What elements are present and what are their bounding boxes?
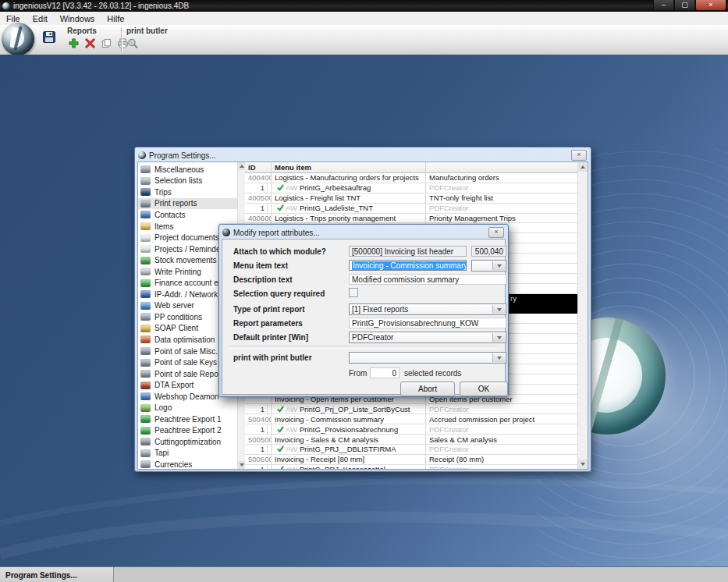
sidebar-item-label: Items [154, 222, 173, 231]
sidebar-item-tapi[interactable]: Tapi [138, 448, 237, 460]
minimize-button[interactable]: – [653, 0, 674, 11]
window-title: ingeniousV12 [V3.3.42 - 26.03.12] - inge… [13, 2, 189, 10]
cell-printer: PDFCreator [426, 445, 578, 454]
modify-report-dialog: Modify report attributes... × Attach to … [218, 224, 509, 397]
default-printer-label: Default printer [Win] [233, 333, 308, 342]
abort-button[interactable]: Abort [400, 381, 455, 396]
table-scrollbar[interactable] [577, 162, 588, 469]
table-subrow[interactable]: 1AWPrintG_ArbeitsauftragPDFCreator [245, 183, 578, 193]
sidebar-item-cuttingoptimization[interactable]: Cuttingoptimization [138, 436, 237, 448]
table-row[interactable]: 400500Logistics - Freight list TNTTNT-on… [245, 193, 578, 204]
program-settings-icon [138, 151, 146, 159]
type-of-print-report-label: Type of print report [233, 305, 304, 314]
table-subrow[interactable]: 1AWPrintG_Ladeliste_TNTPDFCreator [245, 204, 578, 214]
cell-description: Accrued commission per project [426, 414, 578, 424]
sidebar-item-logo[interactable]: Logo [138, 402, 237, 413]
table-row[interactable]: 500600Invoicing - Receipt [80 mm]Receipt… [245, 455, 578, 465]
attach-module-label: Attach to which module? [233, 247, 326, 256]
selection-query-checkbox[interactable] [349, 288, 358, 297]
cell-printer: PDFCreator [426, 183, 578, 193]
taskbar: Program Settings... [0, 566, 728, 582]
table-row[interactable]: 400600Logistics - Trips priority managem… [245, 214, 578, 224]
sidebar-item-contacts[interactable]: Contacts [138, 209, 237, 221]
check-icon [277, 445, 284, 452]
menu-item-text-input[interactable]: Invoicing - Commission summary [349, 260, 467, 271]
scroll-down-icon[interactable] [578, 460, 588, 469]
dialog-body: Attach to which module? [500000] Invoici… [222, 239, 506, 395]
sidebar-item-selection-lists[interactable]: Selection lists [138, 176, 237, 187]
scroll-up-icon[interactable] [578, 162, 588, 172]
from-count-input[interactable]: 0 [370, 367, 400, 378]
table-row[interactable]: 400400Logistics - Manufacturing orders f… [245, 173, 578, 183]
export-arrows-icon [140, 427, 151, 435]
table-subrow[interactable]: 1AWPrintG_PRJ_KassenzettelPDFCreator [245, 465, 578, 469]
table-subrow[interactable]: 1AWPrintG_PRJ__DBLISTFIRMAPDFCreator [245, 445, 578, 455]
selected-row-text-fragment: ry [510, 294, 517, 303]
default-printer-dropdown[interactable]: PDFCreator [349, 332, 506, 343]
type-of-print-report-dropdown[interactable]: [1] Fixed reports [349, 303, 506, 315]
table-subrow[interactable]: 1AWPrintG_ProvisionsabrechnungPDFCreator [245, 424, 578, 435]
report-parameters-input[interactable]: PrintG_Provisionsabrechnung_KOW [349, 318, 506, 328]
sidebar-item-miscellaneous[interactable]: Miscellaneous [138, 164, 237, 176]
program-settings-close-button[interactable]: × [571, 150, 587, 161]
scroll-down-icon[interactable] [238, 461, 245, 469]
delete-icon[interactable] [83, 37, 96, 49]
description-text-input[interactable]: Modified commission summary [349, 274, 506, 285]
ingenious-logo-icon [2, 23, 34, 55]
taskbar-button-program-settings[interactable]: Program Settings... [0, 567, 114, 582]
maximize-button[interactable]: ▢ [674, 0, 695, 11]
menu-windows[interactable]: Windows [54, 12, 101, 25]
menu-item-language-dropdown[interactable] [471, 260, 506, 271]
scroll-up-icon[interactable] [238, 162, 245, 170]
menu-hilfe[interactable]: Hilfe [101, 12, 130, 25]
cell-id: 1 [245, 404, 272, 413]
pos-icon [140, 347, 151, 355]
table-row[interactable]: 500400Invoicing - Commission summaryAccr… [245, 414, 578, 424]
sidebar-item-label: Peachtree Export 2 [154, 426, 222, 435]
column-header-menu-item[interactable]: Menu item [272, 162, 426, 172]
stock-icon [140, 257, 151, 264]
aw-flag: AW [286, 425, 297, 434]
selection-query-label: Selection query required [233, 289, 325, 298]
cell-id: 1 [245, 204, 272, 213]
sidebar-item-currencies[interactable]: Currencies [138, 459, 237, 469]
truck-icon [140, 188, 151, 196]
sidebar-item-label: Project documents [154, 233, 219, 242]
close-button[interactable]: × [695, 0, 726, 11]
sidebar-item-print-reports[interactable]: Print reports [138, 198, 237, 210]
table-row[interactable]: 500500Invoicing - Sales & CM analysisSal… [245, 435, 578, 445]
column-header-description[interactable] [426, 162, 578, 172]
column-header-id[interactable]: ID [245, 162, 272, 172]
sidebar-item-peachtree-export-1[interactable]: Peachtree Export 1 [138, 413, 237, 425]
menu-edit[interactable]: Edit [27, 12, 54, 25]
check-icon [277, 466, 284, 469]
network-icon [140, 290, 151, 298]
save-icon[interactable] [43, 31, 55, 43]
toolbar-group-reports: Reports [67, 27, 129, 49]
from-label: From [349, 369, 367, 378]
cell-printer: PDFCreator [426, 424, 578, 434]
sidebar-item-peachtree-export-2[interactable]: Peachtree Export 2 [138, 425, 237, 437]
sidebar-item-label: Point of sale Misc. [154, 347, 218, 356]
add-icon[interactable] [67, 37, 80, 49]
cell-printer: PDFCreator [426, 404, 578, 413]
table-subrow[interactable]: 1AWPrintG_Prj_OP_Liste_SortByCustPDFCrea… [245, 404, 578, 414]
print-butler-dropdown[interactable] [349, 352, 506, 364]
dialog-close-button[interactable]: × [488, 227, 504, 238]
cell-description: Priority Management Trips [426, 214, 578, 223]
sidebar-item-trips[interactable]: Trips [138, 186, 237, 198]
sidebar-item-label: Webshop Deamon [154, 392, 219, 401]
ok-button[interactable]: OK [460, 381, 508, 396]
copy-icon[interactable] [100, 37, 112, 49]
aw-flag: AW [286, 183, 297, 192]
export-arrows-icon [140, 415, 151, 423]
selected-text: Invoicing - Commission summary [352, 261, 467, 270]
sidebar-item-label: Miscellaneous [154, 165, 204, 174]
cell-description: Manufacturing orders [426, 173, 578, 183]
print-butler-icon[interactable] [126, 37, 139, 49]
aw-flag: AW [286, 465, 297, 469]
cell-report: AWPrintG_Arbeitsauftrag [272, 183, 426, 193]
sidebar-item-label: PP conditions [154, 313, 202, 321]
document-icon [140, 245, 151, 253]
reports-group-label: Reports [67, 27, 129, 35]
